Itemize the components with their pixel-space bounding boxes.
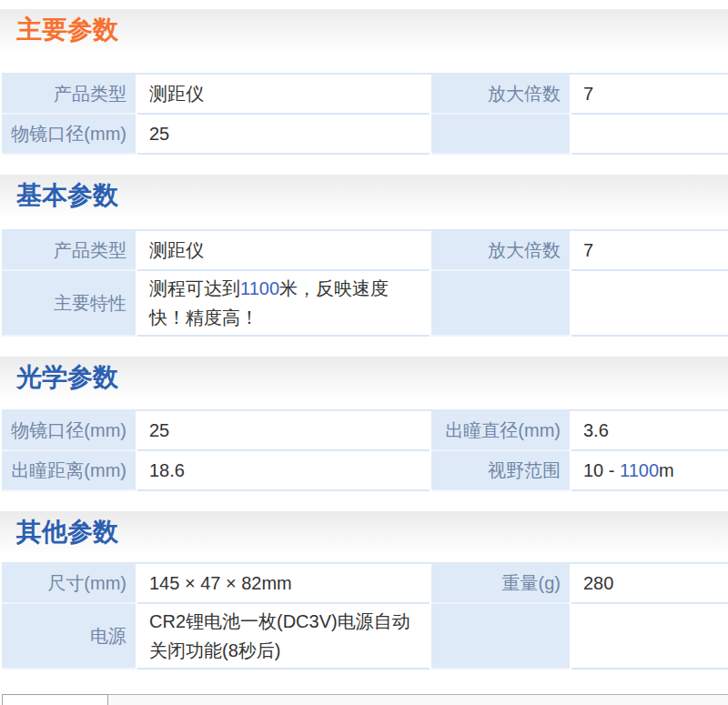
section-header-basic-params: 基本参数	[0, 175, 728, 217]
param-value: 测距仪	[137, 75, 430, 115]
param-label: 视野范围	[431, 451, 570, 491]
param-value: 280	[571, 564, 728, 604]
table-row: 电源 CR2锂电池一枚(DC3V)电源自动关闭功能(8秒后)	[2, 604, 728, 670]
section-header-main-params: 主要参数	[0, 9, 728, 51]
param-value: 7	[571, 75, 728, 115]
section-title: 光学参数	[16, 360, 118, 395]
param-label: 产品类型	[2, 75, 136, 115]
param-value: 测距仪	[137, 231, 430, 271]
table-row: 产品类型 测距仪 放大倍数 7	[2, 75, 728, 115]
param-value: 7	[571, 231, 728, 271]
table-row: 物镜口径(mm) 25	[2, 115, 728, 155]
param-value: 145 × 47 × 82mm	[137, 564, 430, 604]
param-label	[431, 115, 570, 155]
bottom-tab[interactable]	[2, 694, 108, 705]
bottom-tab-bar-filler	[108, 694, 728, 705]
param-label: 产品类型	[2, 231, 136, 271]
param-value: 18.6	[137, 451, 430, 491]
table-row: 产品类型 测距仪 放大倍数 7	[2, 231, 728, 271]
param-label: 重量(g)	[431, 564, 570, 604]
param-value	[571, 604, 728, 670]
bottom-tab-bar	[0, 694, 728, 705]
param-value: 25	[137, 411, 430, 451]
params-table-other: 尺寸(mm) 145 × 47 × 82mm 重量(g) 280 电源 CR2锂…	[2, 562, 728, 670]
table-row: 物镜口径(mm) 25 出瞳直径(mm) 3.6	[2, 411, 728, 451]
section-title: 主要参数	[16, 13, 118, 47]
param-label	[431, 604, 570, 670]
param-value: 25	[137, 115, 430, 155]
param-label	[431, 271, 570, 337]
table-row: 尺寸(mm) 145 × 47 × 82mm 重量(g) 280	[2, 564, 728, 604]
params-table-basic: 产品类型 测距仪 放大倍数 7 主要特性 测程可达到1100米，反映速度快！精度…	[2, 229, 728, 337]
section-title: 基本参数	[16, 178, 118, 213]
param-label: 主要特性	[2, 271, 136, 337]
table-row: 主要特性 测程可达到1100米，反映速度快！精度高！	[2, 271, 728, 337]
param-label: 电源	[2, 604, 136, 670]
param-value: 10 - 1100m	[571, 451, 728, 491]
table-row: 出瞳距离(mm) 18.6 视野范围 10 - 1100m	[2, 451, 728, 491]
param-label: 放大倍数	[431, 75, 570, 115]
section-header-other-params: 其他参数	[0, 511, 728, 553]
param-label: 尺寸(mm)	[2, 564, 136, 604]
param-value: 测程可达到1100米，反映速度快！精度高！	[137, 271, 430, 337]
param-value	[571, 271, 728, 337]
param-value: 3.6	[571, 411, 728, 451]
param-label: 物镜口径(mm)	[2, 411, 136, 451]
section-header-optical-params: 光学参数	[0, 357, 728, 398]
params-table-main: 产品类型 测距仪 放大倍数 7 物镜口径(mm) 25	[2, 73, 728, 155]
param-value	[571, 115, 728, 155]
param-label: 出瞳距离(mm)	[2, 451, 136, 491]
param-value: CR2锂电池一枚(DC3V)电源自动关闭功能(8秒后)	[137, 604, 430, 670]
param-label: 物镜口径(mm)	[2, 115, 136, 155]
section-title: 其他参数	[16, 515, 118, 549]
params-table-optical: 物镜口径(mm) 25 出瞳直径(mm) 3.6 出瞳距离(mm) 18.6 视…	[2, 409, 728, 491]
param-label: 出瞳直径(mm)	[431, 411, 570, 451]
param-label: 放大倍数	[431, 231, 570, 271]
